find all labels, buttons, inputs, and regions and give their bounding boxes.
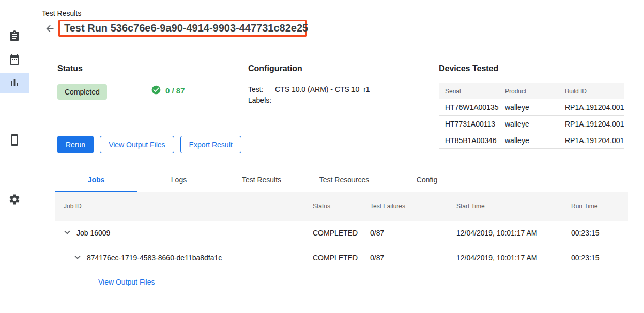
devices-tested-heading: Devices Tested — [439, 64, 498, 74]
sidebar-item-test-plans[interactable] — [0, 50, 29, 71]
chevron-down-icon — [72, 252, 83, 264]
arrow-back-icon — [44, 28, 55, 36]
attempt-run-time: 00:23:15 — [571, 254, 628, 262]
tab-test-resources[interactable]: Test Resources — [303, 168, 386, 192]
config-labels-label: Labels: — [248, 95, 275, 106]
tab-logs[interactable]: Logs — [137, 168, 220, 192]
expand-attempt-button[interactable] — [71, 252, 84, 264]
job-start-time: 12/04/2019, 10:01:17 AM — [456, 229, 571, 237]
sidebar-item-test-results[interactable] — [0, 73, 29, 93]
device-build-id: RP1A.191204.001 — [559, 136, 624, 145]
attempt-status: COMPLETED — [313, 254, 370, 262]
back-button[interactable] — [43, 23, 56, 36]
jobs-col-start-time: Start Time — [456, 202, 571, 210]
job-run-time: 00:23:15 — [571, 229, 628, 237]
tab-config[interactable]: Config — [386, 168, 468, 192]
status-heading: Status — [57, 64, 83, 74]
view-output-files-link[interactable]: View Output Files — [98, 278, 155, 286]
action-buttons: Rerun View Output Files Export Result — [57, 136, 241, 153]
device-product: walleye — [499, 103, 559, 112]
device-build-id: RP1A.191204.001 — [559, 120, 624, 128]
clipboard-icon — [8, 30, 21, 44]
job-status: COMPLETED — [313, 229, 370, 237]
configuration-fields: Test: CTS 10.0 (ARM) - CTS 10_r1 Labels: — [248, 84, 370, 106]
sidebar-item-settings[interactable] — [0, 190, 29, 211]
sidebar-item-devices[interactable] — [0, 131, 29, 151]
attempt-id: 874176ec-1719-4583-8660-de11ba8dfa1c — [87, 254, 222, 262]
jobs-col-test-failures: Test Failures — [370, 202, 456, 210]
devices-table: Serial Product Build ID HT76W1A00135 wal… — [439, 83, 624, 149]
page-title: Test Run 536c76e6-9a90-4914-9903-447731c… — [64, 22, 308, 34]
configuration-heading: Configuration — [248, 64, 302, 74]
failure-count: 0 / 87 — [151, 84, 185, 97]
annotation-highlight-box: Test Run 536c76e6-9a90-4914-9903-447731c… — [58, 20, 307, 37]
jobs-col-status: Status — [313, 202, 370, 210]
jobs-table: Job ID Status Test Failures Start Time R… — [55, 192, 628, 294]
tab-bar: Jobs Logs Test Results Test Resources Co… — [55, 168, 468, 192]
attempt-test-failures: 0/87 — [370, 254, 456, 262]
device-row: HT85B1A00346 walleye RP1A.191204.001 — [439, 132, 624, 149]
job-link-row: View Output Files — [55, 270, 628, 294]
page-header: Test Results Test Run 536c76e6-9a90-4914… — [29, 0, 644, 50]
job-row: Job 16009 COMPLETED 0/87 12/04/2019, 10:… — [55, 221, 628, 245]
sidebar — [0, 0, 29, 313]
tab-jobs[interactable]: Jobs — [55, 168, 137, 192]
devices-col-serial: Serial — [439, 88, 499, 95]
devices-col-build-id: Build ID — [559, 88, 624, 95]
device-build-id: RP1A.191204.001 — [559, 103, 624, 112]
failure-count-label: 0 / 87 — [165, 86, 185, 95]
config-test-value: CTS 10.0 (ARM) - CTS 10_r1 — [275, 84, 370, 95]
chevron-down-icon — [62, 227, 73, 240]
sidebar-item-tests[interactable] — [0, 27, 29, 48]
devices-col-product: Product — [499, 88, 559, 95]
expand-job-button[interactable] — [61, 227, 73, 239]
tab-test-results[interactable]: Test Results — [220, 168, 303, 192]
bar-chart-icon — [8, 76, 21, 90]
device-serial: HT76W1A00135 — [439, 103, 499, 112]
breadcrumb: Test Results — [42, 9, 81, 18]
calendar-icon — [8, 53, 21, 68]
attempt-start-time: 12/04/2019, 10:01:17 AM — [456, 254, 571, 262]
device-row: HT7731A00113 walleye RP1A.191204.001 — [439, 116, 624, 132]
device-serial: HT85B1A00346 — [439, 136, 499, 145]
job-test-failures: 0/87 — [370, 229, 456, 237]
test-run-page: Test Results Test Run 536c76e6-9a90-4914… — [0, 0, 644, 313]
rerun-button[interactable]: Rerun — [57, 136, 94, 153]
job-attempt-row: 874176ec-1719-4583-8660-de11ba8dfa1c COM… — [55, 245, 628, 270]
device-product: walleye — [499, 136, 559, 145]
config-test-label: Test: — [248, 84, 275, 95]
job-id: Job 16009 — [76, 229, 110, 237]
device-product: walleye — [499, 120, 559, 128]
device-serial: HT7731A00113 — [439, 120, 499, 128]
config-labels-row: Labels: — [248, 95, 370, 106]
gear-icon — [8, 193, 21, 208]
export-result-button[interactable]: Export Result — [180, 136, 241, 153]
jobs-table-header: Job ID Status Test Failures Start Time R… — [55, 192, 628, 221]
devices-table-header: Serial Product Build ID — [439, 83, 624, 99]
jobs-col-run-time: Run Time — [571, 202, 628, 210]
device-row: HT76W1A00135 walleye RP1A.191204.001 — [439, 99, 624, 116]
check-circle-icon — [151, 85, 161, 97]
status-badge: Completed — [57, 84, 107, 100]
jobs-col-job-id: Job ID — [55, 202, 313, 210]
view-output-files-button[interactable]: View Output Files — [100, 136, 174, 153]
smartphone-icon — [8, 134, 21, 148]
config-test-row: Test: CTS 10.0 (ARM) - CTS 10_r1 — [248, 84, 370, 95]
